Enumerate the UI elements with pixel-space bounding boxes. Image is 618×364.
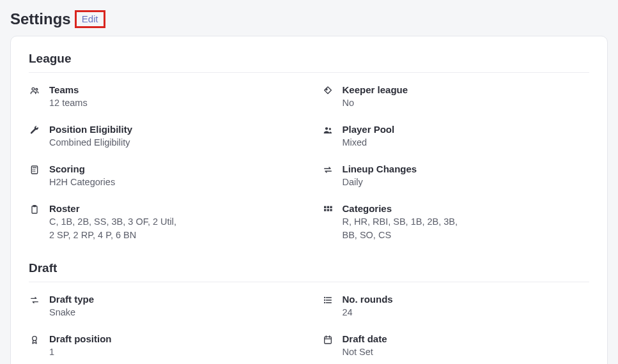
setting-label: Player Pool	[343, 124, 395, 135]
svg-rect-16	[324, 209, 326, 211]
setting-label: Categories	[343, 203, 470, 214]
setting-lineup-changes: Lineup Changes Daily	[322, 163, 590, 189]
setting-value: R, HR, RBI, SB, 1B, 2B, 3B, BB, SO, CS	[343, 215, 470, 242]
svg-point-25	[33, 337, 37, 341]
setting-value: No	[343, 96, 408, 110]
calculator-icon	[29, 165, 40, 175]
settings-card: League Teams 12 teams Keeper league No	[10, 36, 608, 364]
draft-section-title: Draft	[29, 261, 589, 282]
setting-value: 1	[49, 345, 112, 359]
users-solid-icon	[322, 125, 334, 135]
svg-point-0	[32, 87, 35, 90]
svg-point-22	[324, 298, 325, 298]
setting-roster: Roster C, 1B, 2B, SS, 3B, 3 OF, 2 Util, …	[29, 203, 297, 242]
svg-rect-13	[324, 206, 326, 208]
setting-label: Scoring	[49, 163, 115, 174]
setting-no-rounds: No. rounds 24	[322, 294, 590, 319]
tag-icon	[322, 86, 334, 96]
svg-point-4	[328, 128, 330, 130]
draft-section: Draft Draft type Snake No. rounds 24	[29, 261, 589, 359]
setting-scoring: Scoring H2H Categories	[29, 163, 297, 189]
setting-value: 12 teams	[49, 96, 88, 110]
svg-rect-17	[327, 209, 328, 211]
setting-categories: Categories R, HR, RBI, SB, 1B, 2B, 3B, B…	[322, 203, 590, 242]
svg-point-1	[36, 89, 38, 91]
shuffle-icon	[29, 295, 40, 305]
setting-label: Roster	[49, 203, 177, 214]
svg-rect-14	[327, 206, 328, 208]
svg-point-24	[324, 303, 325, 303]
svg-rect-18	[330, 209, 332, 211]
grid-icon	[322, 204, 334, 215]
setting-player-pool: Player Pool Mixed	[322, 124, 590, 149]
league-section: League Teams 12 teams Keeper league No	[29, 52, 589, 242]
setting-teams: Teams 12 teams	[29, 84, 297, 110]
svg-point-23	[324, 300, 325, 301]
setting-label: Draft position	[49, 333, 112, 344]
setting-value: Mixed	[343, 136, 395, 149]
svg-point-2	[326, 89, 327, 90]
setting-value: Combined Eligibility	[49, 136, 132, 149]
setting-position-eligibility: Position Eligibility Combined Eligibilit…	[29, 124, 297, 149]
setting-value: 24	[343, 306, 393, 319]
setting-value: C, 1B, 2B, SS, 3B, 3 OF, 2 Util, 2 SP, 2…	[49, 215, 177, 242]
clipboard-icon	[29, 204, 40, 215]
setting-value: Snake	[49, 306, 94, 319]
setting-draft-position: Draft position 1	[29, 333, 297, 359]
svg-point-3	[325, 127, 327, 130]
page-title: Settings	[10, 10, 71, 28]
setting-label: Draft date	[343, 333, 387, 344]
users-icon	[29, 86, 40, 96]
setting-value: H2H Categories	[49, 176, 115, 189]
calendar-icon	[322, 335, 334, 345]
setting-label: Lineup Changes	[343, 163, 417, 174]
setting-label: Keeper league	[343, 84, 408, 95]
league-section-title: League	[29, 52, 589, 73]
svg-rect-11	[32, 206, 37, 213]
setting-keeper: Keeper league No	[322, 84, 590, 110]
edit-highlight-box: Edit	[75, 10, 105, 28]
swap-icon	[322, 165, 334, 175]
svg-rect-15	[330, 206, 332, 208]
setting-value: Daily	[343, 176, 417, 189]
setting-draft-date: Draft date Not Set	[322, 333, 590, 359]
edit-link[interactable]: Edit	[82, 13, 98, 24]
setting-value: Not Set	[343, 345, 387, 359]
setting-label: No. rounds	[343, 294, 393, 305]
setting-draft-type: Draft type Snake	[29, 294, 297, 319]
svg-rect-26	[324, 337, 331, 344]
award-icon	[29, 335, 40, 345]
setting-label: Draft type	[49, 294, 94, 305]
setting-label: Position Eligibility	[49, 124, 132, 135]
wrench-icon	[29, 125, 40, 135]
setting-label: Teams	[49, 84, 88, 95]
list-icon	[322, 295, 334, 305]
